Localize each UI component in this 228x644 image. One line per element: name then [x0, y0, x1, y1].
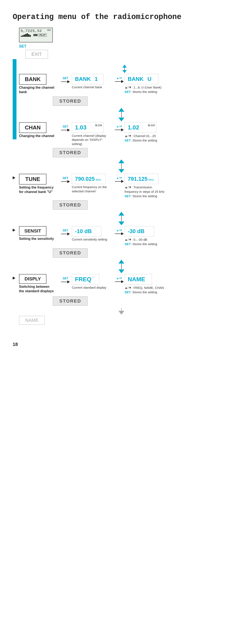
disply-stored-box: STORED — [53, 296, 88, 306]
bank-value-box: BANK 1 — [72, 74, 104, 84]
bank-option-num: U — [148, 76, 152, 82]
nav-down-4 — [118, 270, 124, 273]
lcd-mhz: MHz — [47, 29, 51, 32]
nav-arrows-bank-chan — [28, 108, 215, 122]
lcd-bar-4 — [25, 34, 26, 37]
nav-up-3 — [118, 212, 124, 216]
nav-down-2 — [118, 169, 124, 173]
nav-line-2a — [121, 163, 122, 166]
accent-bar — [13, 59, 16, 139]
nav-arrow-up-top — [122, 64, 127, 68]
disply-box: DISPLY — [19, 274, 46, 284]
sensit-item-col: SENSIT Setting the sensitivity — [19, 226, 59, 241]
disply-set-arrow: SET — [59, 274, 72, 283]
disply-set-arrow-line — [61, 280, 70, 283]
tune-updown: ▲/▼ — [114, 174, 124, 183]
chan-section: CHAN Changing the channel SET 1.03 B.CH … — [13, 122, 215, 158]
disply-option-text: NAME — [128, 276, 145, 283]
disply-set-label: SET — [62, 276, 68, 280]
bank-value-desc: Current channel bank — [72, 85, 102, 89]
sensit-value-col: -10 dB Current sensitivity setting — [72, 226, 114, 242]
disply-option-line1: ▲/▼: FREQ, NAME, CHAN — [124, 286, 164, 290]
nav-up-4 — [118, 260, 124, 264]
tune-set-arrow-line — [61, 180, 70, 183]
bank-set-label: SET — [62, 76, 68, 80]
sensit-set-desc: : Stores the setting — [131, 242, 157, 246]
chan-stored-box: STORED — [53, 148, 88, 157]
disply-value-box: FREQ — [72, 274, 99, 285]
bank-box: BANK — [19, 74, 46, 85]
chan-updown: ▲/▼ — [114, 122, 124, 131]
bottom-tri-down — [118, 311, 124, 314]
chan-box: CHAN — [19, 122, 46, 133]
bank-set-arrow: SET — [59, 74, 72, 83]
bank-option-desc: ▲/▼: 1...8, U (User Bank) SET: Stores th… — [124, 85, 162, 94]
sensit-updown: ▲/▼ — [114, 226, 124, 235]
chan-set-label: SET — [62, 125, 68, 128]
bank-item-col: BANK Changing the channel bank — [19, 74, 59, 94]
sensit-stored-box: STORED — [53, 248, 88, 258]
tune-value-desc: Current frequency on the selected channe… — [72, 185, 112, 193]
nav-line-4b — [121, 266, 122, 270]
disply-option-box: NAME — [124, 274, 152, 285]
tune-desc: Setting the frequency for channel bank "… — [19, 186, 55, 194]
chan-item-col: CHAN Changing the channel — [19, 122, 59, 138]
disply-stored-row: STORED — [53, 296, 215, 306]
chan-updown-label: ▲/▼ — [116, 125, 122, 128]
tune-option-box: 791.125 MHz — [124, 174, 158, 184]
sensit-set-inline: SET — [124, 242, 131, 246]
disply-option-col: NAME ▲/▼: FREQ, NAME, CHAN SET: Stores t… — [124, 274, 167, 294]
sensit-value-box: -10 dB — [72, 226, 101, 236]
chan-label: CHAN — [25, 124, 40, 131]
nav-line-1b — [121, 115, 122, 118]
chan-value-num: 1.03 — [75, 124, 86, 131]
chan-option-num: 1.02 — [128, 124, 139, 131]
sensit-stored-row: STORED — [53, 248, 215, 258]
bank-option-desc-line1: ▲/▼: 1...8, U (User Bank) — [124, 86, 162, 89]
chan-option-bch: B.CH — [148, 124, 155, 127]
tune-box: TUNE — [19, 174, 46, 184]
tune-row: TUNE Setting the frequency for channel b… — [13, 174, 215, 198]
lcd-bar-1 — [21, 36, 22, 37]
chan-option-col: 1.02 B.CH ▲/▼: Channel 01...20 SET: Stor… — [124, 122, 167, 142]
disply-updown: ▲/▼ — [114, 274, 124, 283]
nav-arrows-sensit-disply — [28, 260, 215, 273]
bank-desc: Changing the channel bank — [19, 86, 55, 94]
tune-set-label: SET — [62, 176, 68, 180]
sensit-updown-label: ▲/▼ — [116, 229, 122, 232]
exit-box: EXIT — [25, 50, 48, 59]
sensit-value-num: -10 dB — [75, 228, 92, 234]
sensit-row: SENSIT Setting the sensitivity SET -10 d… — [13, 226, 215, 246]
nav-line-2b — [121, 166, 122, 169]
bank-value-text: BANK — [75, 76, 94, 82]
sensit-set-arrow-line — [61, 232, 70, 236]
tune-label: TUNE — [25, 176, 40, 182]
disply-desc: Switching between the standard displays — [19, 285, 55, 294]
tune-option-col: 791.125 MHz ▲/▼: Transmission frequency … — [124, 174, 167, 198]
lcd-bars — [21, 33, 31, 37]
nav-down-1 — [118, 118, 124, 122]
nav-arrows-chan-tune — [28, 160, 215, 173]
chan-option-line1: ▲/▼: Channel 01...20 — [124, 134, 156, 138]
nav-line-4a — [121, 264, 122, 266]
bottom-arrow-group — [28, 308, 215, 314]
chan-row: CHAN Changing the channel SET 1.03 B.CH … — [13, 122, 215, 146]
bank-stored-row: STORED — [53, 96, 215, 106]
tune-stored-row: STORED — [53, 200, 215, 210]
tune-option-line1: ▲/▼: Transmission frequency in steps of … — [124, 186, 164, 194]
tune-value-unit: MHz — [96, 178, 101, 182]
nav-down-3 — [118, 222, 124, 225]
bottom-line — [121, 308, 122, 311]
chan-value-bch: B.CH — [95, 124, 102, 127]
disply-row: DISPLY Switching between the standard di… — [13, 274, 215, 294]
bank-set-desc: : Stores the setting — [131, 90, 157, 94]
tune-stored-box: STORED — [53, 200, 88, 210]
lcd-extra-bar — [33, 34, 38, 36]
sensit-option-box: -30 dB — [124, 226, 154, 236]
bank-set-inline: SET — [124, 90, 131, 94]
sensit-option-desc: ▲/▼: 0...-30 dB SET: Stores the setting — [124, 237, 157, 246]
disply-updown-label: ▲/▼ — [116, 276, 122, 280]
sensit-option-num: -30 dB — [128, 228, 144, 234]
sensit-option-col: -30 dB ▲/▼: 0...-30 dB SET: Stores the s… — [124, 226, 167, 246]
lcd-display: 5,7225,52 MHz PILOT — [19, 28, 53, 42]
